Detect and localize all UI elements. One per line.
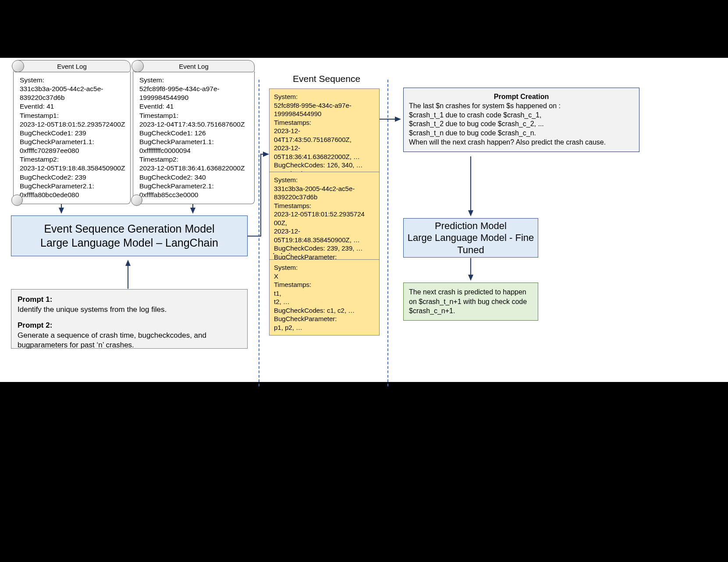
event-log-2-line: 2023-12-04T17:43:50.751687600Z (139, 120, 250, 129)
seq2-line: System: (274, 176, 375, 184)
scroll-curl-icon (11, 194, 23, 206)
event-log-2-line: BugCheckParameter1.1: (139, 138, 250, 146)
gen-model-line2: Large Language Model – LangChain (40, 236, 218, 250)
event-log-1-line: BugCheckCode1: 239 (20, 129, 126, 138)
event-log-1-line: 331c3b3a-2005-44c2-ac5e-839220c37d6b (20, 85, 126, 102)
prompt-creation-box: Prompt Creation The last $n crashes for … (403, 88, 639, 152)
diagram-canvas: Event Log System:331c3b3a-2005-44c2-ac5e… (0, 58, 728, 382)
pred-model-line2: Large Language Model - Fine Tuned (404, 232, 538, 256)
event-log-1-line: Timestamp1: (20, 111, 126, 120)
prediction-model-box: Prediction Model Large Language Model - … (403, 218, 538, 258)
prompt-2-label: Prompt 2: (18, 321, 52, 329)
output-box: The next crash is predicted to happen on… (403, 283, 538, 321)
separator-2 (387, 80, 388, 386)
event-log-2-line: Timestamp1: (139, 111, 250, 120)
seq2-line: Timestamps: (274, 201, 375, 210)
event-log-1-line: 2023-12-05T19:18:48.358450900Z (20, 164, 126, 173)
seq3-line: System: (274, 263, 375, 272)
scroll-curl-icon (131, 60, 144, 72)
prompt-2-text: Generate a sequence of crash time, bugch… (18, 331, 241, 350)
seq3-line: X (274, 272, 375, 281)
prompt-1-label: Prompt 1: (18, 295, 52, 304)
prompt-creation-line: $crash_t_2 due to bug code $crash_c_2, .… (409, 120, 634, 129)
prompt-creation-line: $crash_t_n due to bug code $crash_c_n. (409, 129, 634, 138)
event-log-1-title: Event Log (13, 60, 131, 72)
arrow-icon (380, 115, 404, 124)
arrow-icon (466, 156, 475, 219)
seq1-line: System: (274, 92, 375, 101)
seq3-line: t2, … (274, 297, 375, 306)
seq3-line: t1, (274, 289, 375, 298)
prompt-creation-line: When will the next crash happen? Also pr… (409, 138, 634, 147)
seq1-line: 2023-12-05T18:36:41.636822000Z, … (274, 144, 375, 161)
seq1-line: Timestamps: (274, 118, 375, 127)
arrow-icon (124, 257, 132, 290)
event-log-2-title: Event Log (133, 60, 255, 72)
prompt-creation-line: $crash_t_1 due to crash code $crash_c_1, (409, 111, 634, 120)
event-log-2-line: Timestamp2: (139, 155, 250, 164)
event-log-2-body: System:52fc89f8-995e-434c-a97e-199998454… (133, 71, 255, 204)
seq3-line: p1, p2, … (274, 323, 375, 332)
event-log-1-line: 0xffffc702897ee080 (20, 146, 126, 155)
event-log-1-line: BugCheckParameter1.1: (20, 138, 126, 146)
seq2-line: 2023-12-05T18:01:52.2935724​00Z, (274, 210, 375, 227)
pred-model-line1: Prediction Model (404, 220, 538, 232)
seq2-line: 2023-12-05T19:18:48.358450900Z, … (274, 227, 375, 244)
event-log-1-line: BugCheckParameter2.1: (20, 182, 126, 191)
event-log-2-line: 0xffffab85cc3e0000 (139, 191, 250, 199)
event-log-1-line: System: (20, 76, 126, 85)
event-log-2-line: 2023-12-05T18:36:41.636822000Z (139, 164, 250, 173)
event-log-2-line: System: (139, 76, 250, 85)
prompt-creation-line: The last $n crashes for system $s happen… (409, 102, 634, 111)
generation-model-box: Event Sequence Generation Model Large La… (11, 216, 248, 256)
seq2-line: 331c3b3a-2005-44c2-ac5e-839220c37d6b (274, 184, 375, 201)
event-sequence-heading: Event Sequence (293, 74, 360, 84)
seq1-line: 2023-12-04T17:43:50.751687600Z, (274, 127, 375, 144)
seq3-line: BugCheckCodes: c1, c2, … (274, 306, 375, 315)
event-log-2: Event Log System:52fc89f8-995e-434c-a97e… (133, 60, 255, 204)
event-log-2-line: 0xffffffffc0000094 (139, 146, 250, 155)
event-log-2-line: BugCheckParameter2.1: (139, 182, 250, 191)
event-log-1-line: Timestamp2: (20, 155, 126, 164)
seq1-line: 52fc89f8-995e-434c-a97e-1999984544990 (274, 101, 375, 118)
event-log-1-line: 2023-12-05T18:01:52.293572400Z (20, 120, 126, 129)
scroll-curl-icon (12, 60, 24, 72)
event-log-1: Event Log System:331c3b3a-2005-44c2-ac5e… (13, 60, 131, 204)
event-log-2-line: 52fc89f8-995e-434c-a97e-1999984544990 (139, 85, 250, 102)
event-log-1-line: BugCheckCode2: 239 (20, 173, 126, 182)
output-text: The next crash is predicted to happen on… (409, 287, 533, 316)
prompts-box: Prompt 1: Identify the unique systems fr… (11, 289, 248, 349)
prompt-1-text: Identify the unique systems from the log… (18, 305, 241, 315)
seq1-line: BugCheckCodes: 126, 340, … (274, 161, 375, 170)
event-log-1-line: EventId: 41 (20, 102, 126, 111)
scroll-curl-icon (131, 194, 142, 206)
seq3-line: BugCheckParameter: (274, 315, 375, 323)
event-log-1-line: 0xffffa80bc0ede080 (20, 191, 126, 199)
arrow-icon (466, 258, 475, 283)
event-log-2-line: EventId: 41 (139, 102, 250, 111)
event-log-2-line: BugCheckCode1: 126 (139, 129, 250, 138)
event-sequence-n: System:XTimestamps:t1,t2, …BugCheckCodes… (269, 259, 380, 336)
ellipsis: . . . (273, 247, 292, 256)
event-log-1-body: System:331c3b3a-2005-44c2-ac5e-839220c37… (13, 71, 131, 204)
seq3-line: Timestamps: (274, 280, 375, 289)
prompt-creation-title: Prompt Creation (409, 92, 634, 102)
event-log-2-line: BugCheckCode2: 340 (139, 173, 250, 182)
gen-model-line1: Event Sequence Generation Model (40, 222, 218, 236)
